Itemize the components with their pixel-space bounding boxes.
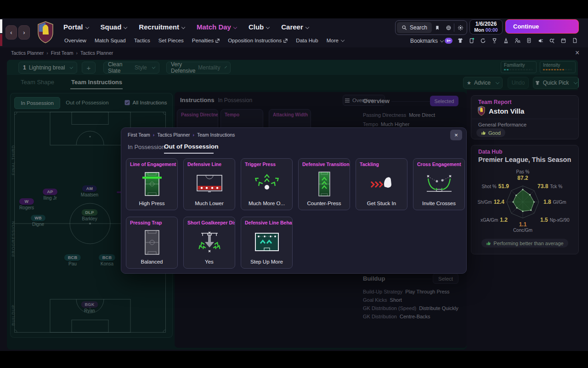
modal-tab-out-of-possession[interactable]: Out of Possession	[164, 143, 219, 150]
card-defensive-line[interactable]: Defensive Line Much Lower	[183, 158, 235, 210]
fm-window: ‹ › Portal Squad Recruitment Match Day C…	[0, 0, 588, 368]
continue-button[interactable]: Continue	[505, 19, 579, 34]
edge-strip-white	[0, 19, 2, 33]
trigger-press-icon	[241, 170, 292, 198]
squad-shirt-button[interactable]	[455, 36, 465, 45]
subnav-overview[interactable]: Overview	[64, 38, 86, 43]
breadcrumb-separator: ›	[76, 50, 78, 56]
external-link-icon	[215, 39, 220, 43]
card-line-of-engagement[interactable]: Line of Engagement High Press	[126, 158, 178, 210]
cross-engagement-icon	[413, 170, 464, 198]
chevron-down-icon	[85, 25, 89, 29]
card-defensive-transition[interactable]: Defensive Transition Counter-Press	[298, 158, 350, 210]
chevron-down-icon	[305, 25, 309, 29]
calendar-button[interactable]	[559, 36, 568, 45]
card-short-goalkeeper-distribution[interactable]: Short Goalkeeper Distr	[183, 217, 235, 269]
breadcrumb-separator: ›	[46, 50, 48, 56]
calendar-icon	[560, 38, 566, 44]
card-pressing-trap[interactable]: Pressing Trap Balanced	[126, 217, 178, 269]
card-defensive-line-behaviour[interactable]: Defensive Line Behavio Step Up More	[241, 217, 293, 269]
team-report-title: Team Report	[478, 99, 511, 105]
menu-match-day[interactable]: Match Day	[197, 23, 237, 31]
performance-note: Performing better than average	[471, 239, 579, 247]
flag-bookmark-button[interactable]	[432, 25, 443, 31]
card-trigger-press[interactable]: Trigger Press Much More O...	[241, 158, 293, 210]
menu-recruitment[interactable]: Recruitment	[139, 23, 185, 31]
defensive-line-behaviour-icon	[241, 228, 292, 257]
breadcrumb-item[interactable]: Team Instructions	[197, 132, 235, 138]
search-button[interactable]: Search	[397, 22, 432, 33]
bottom-letterbox	[0, 351, 588, 368]
menu-portal[interactable]: Portal	[63, 23, 89, 31]
subnav-set-pieces[interactable]: Set Pieces	[158, 38, 184, 43]
club-crest-icon[interactable]	[36, 21, 55, 46]
world-button[interactable]	[443, 25, 454, 31]
training-button[interactable]	[501, 36, 511, 45]
modal-close-button[interactable]: ×	[450, 130, 462, 140]
chevron-down-icon	[266, 25, 270, 29]
time-value: 00:00	[486, 27, 498, 33]
pressing-trap-icon	[126, 228, 177, 257]
radar-axis-tck: 73.8Tck %	[537, 183, 579, 190]
thumbs-up-icon	[481, 130, 486, 135]
panel-button[interactable]	[467, 36, 476, 45]
breadcrumb-item[interactable]: Tactics Planner	[80, 50, 113, 56]
divider	[472, 119, 578, 119]
external-link-icon	[283, 39, 288, 43]
radar-value-conc: 1.1	[488, 221, 557, 228]
subnav-more[interactable]: More	[327, 38, 344, 43]
breadcrumb-item[interactable]: First Team	[51, 50, 74, 56]
search-star-icon	[549, 38, 555, 44]
scouting-button[interactable]	[513, 36, 522, 45]
card-tackling[interactable]: Tackling Get Stuck In	[356, 158, 407, 210]
forward-button[interactable]: ›	[18, 25, 30, 40]
menu-club[interactable]: Club	[249, 23, 269, 31]
subnav-match-squad[interactable]: Match Squad	[95, 38, 126, 43]
club-name[interactable]: Aston Villa	[489, 107, 524, 115]
close-icon: ×	[454, 132, 458, 138]
search-players-button[interactable]	[547, 36, 557, 45]
edge-strip-red	[0, 34, 2, 46]
modal-breadcrumb: First Team› Tactics Planner› Team Instru…	[128, 132, 235, 138]
radar-axis-glgm: 1.8Gl/Gm	[543, 199, 585, 205]
tackling-icon	[356, 170, 407, 198]
notes-button[interactable]	[570, 36, 580, 45]
data-hub-subtitle: Premier League, This Season	[478, 156, 571, 163]
breadcrumb-item[interactable]: Tactics Planner	[11, 50, 44, 56]
bookmarks-dropdown[interactable]: Bookmarks	[410, 37, 443, 44]
breadcrumb-item[interactable]: First Team	[128, 132, 150, 138]
close-page-button[interactable]: ×	[575, 49, 579, 57]
report-button[interactable]	[524, 36, 534, 45]
breadcrumb-item[interactable]: Tactics Planner	[157, 132, 190, 138]
game-date[interactable]: 1/6/2026 Mon 00:00	[469, 19, 503, 34]
back-button[interactable]: ‹	[6, 25, 17, 40]
news-button[interactable]	[536, 36, 545, 45]
notes-icon	[572, 37, 578, 44]
sync-button[interactable]	[478, 36, 488, 45]
chevron-down-icon	[124, 25, 127, 29]
subnav-penalties[interactable]: Penalties	[192, 38, 220, 43]
active-tab-underline	[164, 153, 214, 154]
sub-menu: Overview Match Squad Tactics Set Pieces …	[64, 37, 352, 44]
breadcrumb-separator: ›	[153, 132, 155, 138]
shirt-icon	[457, 37, 464, 44]
forward-icon: ›	[23, 29, 25, 36]
defensive-line-icon	[184, 170, 235, 198]
modal-tab-in-possession[interactable]: In Possession	[128, 144, 165, 150]
menu-squad[interactable]: Squad	[101, 23, 127, 31]
menu-career[interactable]: Career	[281, 23, 309, 31]
competition-button[interactable]	[490, 36, 499, 45]
subnav-opposition-instructions[interactable]: Opposition Instructions	[228, 38, 288, 43]
chevron-down-icon	[440, 38, 444, 42]
subnav-data-hub[interactable]: Data Hub	[296, 38, 318, 43]
breadcrumb: Tactics Planner› First Team› Tactics Pla…	[11, 50, 113, 56]
line-of-engagement-icon	[126, 170, 177, 198]
card-cross-engagement[interactable]: Cross Engagement Invite Crosses	[413, 158, 465, 210]
preferences-button[interactable]	[454, 25, 467, 31]
sync-icon	[480, 38, 486, 44]
modal-dim-overlay	[7, 60, 578, 90]
inbox-button[interactable]: 9+	[444, 36, 453, 45]
chevron-down-icon	[341, 38, 345, 42]
subnav-tactics[interactable]: Tactics	[134, 38, 150, 43]
document-icon	[526, 37, 532, 44]
